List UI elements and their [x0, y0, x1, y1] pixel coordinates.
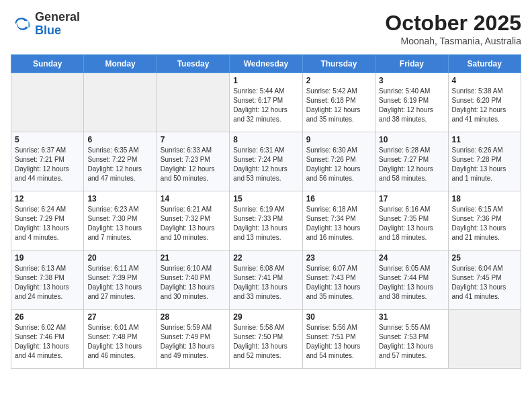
calendar-cell: 10Sunrise: 6:28 AM Sunset: 7:27 PM Dayli…: [375, 132, 448, 191]
cell-content: Sunrise: 6:16 AM Sunset: 7:35 PM Dayligh…: [379, 205, 444, 242]
calendar-cell: 18Sunrise: 6:15 AM Sunset: 7:36 PM Dayli…: [448, 191, 521, 250]
day-number: 5: [15, 135, 80, 144]
cell-content: Sunrise: 6:11 AM Sunset: 7:39 PM Dayligh…: [87, 264, 152, 302]
logo: General Blue: [11, 11, 80, 38]
day-number: 29: [233, 312, 298, 322]
cell-content: Sunrise: 6:05 AM Sunset: 7:44 PM Dayligh…: [379, 264, 444, 302]
calendar-cell: 15Sunrise: 6:19 AM Sunset: 7:33 PM Dayli…: [230, 191, 302, 250]
day-number: 27: [87, 312, 152, 322]
day-header-sunday: Sunday: [11, 55, 84, 73]
calendar-week-3: 12Sunrise: 6:24 AM Sunset: 7:29 PM Dayli…: [11, 191, 521, 250]
day-number: 4: [452, 76, 517, 85]
calendar-header-row: SundayMondayTuesdayWednesdayThursdayFrid…: [11, 55, 521, 73]
calendar-cell: 27Sunrise: 6:01 AM Sunset: 7:48 PM Dayli…: [84, 310, 157, 369]
day-header-tuesday: Tuesday: [157, 55, 229, 73]
day-number: 9: [306, 135, 371, 144]
cell-content: Sunrise: 6:08 AM Sunset: 7:41 PM Dayligh…: [233, 264, 298, 302]
title-block: October 2025 Moonah, Tasmania, Australia: [385, 11, 521, 46]
cell-content: Sunrise: 5:40 AM Sunset: 6:19 PM Dayligh…: [379, 87, 444, 124]
calendar-cell: [157, 73, 229, 132]
month-title: October 2025: [385, 11, 521, 36]
location: Moonah, Tasmania, Australia: [385, 36, 521, 46]
cell-content: Sunrise: 6:31 AM Sunset: 7:24 PM Dayligh…: [233, 146, 298, 183]
cell-content: Sunrise: 5:38 AM Sunset: 6:20 PM Dayligh…: [452, 87, 517, 124]
day-number: 7: [161, 135, 226, 144]
calendar-cell: 7Sunrise: 6:33 AM Sunset: 7:23 PM Daylig…: [157, 132, 229, 191]
day-number: 21: [161, 253, 226, 263]
cell-content: Sunrise: 5:55 AM Sunset: 7:53 PM Dayligh…: [379, 323, 444, 361]
day-header-thursday: Thursday: [302, 55, 375, 73]
calendar-cell: 20Sunrise: 6:11 AM Sunset: 7:39 PM Dayli…: [84, 250, 157, 310]
day-number: 15: [233, 194, 298, 203]
calendar-cell: 11Sunrise: 6:26 AM Sunset: 7:28 PM Dayli…: [448, 132, 521, 191]
calendar-week-4: 19Sunrise: 6:13 AM Sunset: 7:38 PM Dayli…: [11, 250, 521, 310]
calendar-cell: 5Sunrise: 6:37 AM Sunset: 7:21 PM Daylig…: [11, 132, 84, 191]
cell-content: Sunrise: 6:07 AM Sunset: 7:43 PM Dayligh…: [306, 264, 371, 302]
cell-content: Sunrise: 6:24 AM Sunset: 7:29 PM Dayligh…: [15, 205, 80, 242]
calendar-week-2: 5Sunrise: 6:37 AM Sunset: 7:21 PM Daylig…: [11, 132, 521, 191]
day-number: 30: [306, 312, 371, 322]
cell-content: Sunrise: 6:26 AM Sunset: 7:28 PM Dayligh…: [452, 146, 517, 183]
calendar-week-5: 26Sunrise: 6:02 AM Sunset: 7:46 PM Dayli…: [11, 310, 521, 369]
day-number: 25: [452, 253, 517, 263]
calendar-cell: 24Sunrise: 6:05 AM Sunset: 7:44 PM Dayli…: [375, 250, 448, 310]
calendar-cell: 29Sunrise: 5:58 AM Sunset: 7:50 PM Dayli…: [230, 310, 302, 369]
day-header-saturday: Saturday: [448, 55, 521, 73]
calendar-cell: 2Sunrise: 5:42 AM Sunset: 6:18 PM Daylig…: [302, 73, 375, 132]
day-number: 31: [379, 312, 444, 322]
cell-content: Sunrise: 6:18 AM Sunset: 7:34 PM Dayligh…: [306, 205, 371, 242]
calendar-cell: 17Sunrise: 6:16 AM Sunset: 7:35 PM Dayli…: [375, 191, 448, 250]
day-number: 16: [306, 194, 371, 203]
day-number: 26: [15, 312, 80, 322]
cell-content: Sunrise: 6:23 AM Sunset: 7:30 PM Dayligh…: [87, 205, 152, 242]
calendar-cell: 23Sunrise: 6:07 AM Sunset: 7:43 PM Dayli…: [302, 250, 375, 310]
cell-content: Sunrise: 6:33 AM Sunset: 7:23 PM Dayligh…: [161, 146, 226, 183]
cell-content: Sunrise: 6:35 AM Sunset: 7:22 PM Dayligh…: [87, 146, 152, 183]
cell-content: Sunrise: 6:02 AM Sunset: 7:46 PM Dayligh…: [15, 323, 80, 361]
day-number: 2: [306, 76, 371, 85]
calendar-cell: 1Sunrise: 5:44 AM Sunset: 6:17 PM Daylig…: [230, 73, 302, 132]
day-number: 14: [161, 194, 226, 203]
page-header: General Blue October 2025 Moonah, Tasman…: [11, 11, 521, 46]
calendar-cell: [448, 310, 521, 369]
day-number: 6: [87, 135, 152, 144]
calendar-cell: 4Sunrise: 5:38 AM Sunset: 6:20 PM Daylig…: [448, 73, 521, 132]
day-number: 17: [379, 194, 444, 203]
calendar-cell: [11, 73, 84, 132]
day-number: 24: [379, 253, 444, 263]
cell-content: Sunrise: 6:01 AM Sunset: 7:48 PM Dayligh…: [87, 323, 152, 361]
cell-content: Sunrise: 6:10 AM Sunset: 7:40 PM Dayligh…: [161, 264, 226, 302]
calendar-cell: 6Sunrise: 6:35 AM Sunset: 7:22 PM Daylig…: [84, 132, 157, 191]
day-number: 23: [306, 253, 371, 263]
calendar-cell: 30Sunrise: 5:56 AM Sunset: 7:51 PM Dayli…: [302, 310, 375, 369]
cell-content: Sunrise: 5:58 AM Sunset: 7:50 PM Dayligh…: [233, 323, 298, 361]
cell-content: Sunrise: 5:44 AM Sunset: 6:17 PM Dayligh…: [233, 87, 298, 124]
cell-content: Sunrise: 5:42 AM Sunset: 6:18 PM Dayligh…: [306, 87, 371, 124]
day-header-wednesday: Wednesday: [230, 55, 302, 73]
calendar-cell: 22Sunrise: 6:08 AM Sunset: 7:41 PM Dayli…: [230, 250, 302, 310]
cell-content: Sunrise: 5:59 AM Sunset: 7:49 PM Dayligh…: [161, 323, 226, 361]
day-header-monday: Monday: [84, 55, 157, 73]
cell-content: Sunrise: 6:13 AM Sunset: 7:38 PM Dayligh…: [15, 264, 80, 302]
day-number: 12: [15, 194, 80, 203]
day-number: 3: [379, 76, 444, 85]
day-number: 8: [233, 135, 298, 144]
day-number: 19: [15, 253, 80, 263]
calendar-table: SundayMondayTuesdayWednesdayThursdayFrid…: [11, 54, 521, 369]
cell-content: Sunrise: 6:04 AM Sunset: 7:45 PM Dayligh…: [452, 264, 517, 302]
calendar-cell: 13Sunrise: 6:23 AM Sunset: 7:30 PM Dayli…: [84, 191, 157, 250]
calendar-week-1: 1Sunrise: 5:44 AM Sunset: 6:17 PM Daylig…: [11, 73, 521, 132]
day-number: 28: [161, 312, 226, 322]
logo-text: General Blue: [35, 11, 80, 38]
cell-content: Sunrise: 6:37 AM Sunset: 7:21 PM Dayligh…: [15, 146, 80, 183]
day-number: 20: [87, 253, 152, 263]
calendar-cell: 12Sunrise: 6:24 AM Sunset: 7:29 PM Dayli…: [11, 191, 84, 250]
day-number: 22: [233, 253, 298, 263]
calendar-cell: 26Sunrise: 6:02 AM Sunset: 7:46 PM Dayli…: [11, 310, 84, 369]
day-number: 10: [379, 135, 444, 144]
day-number: 13: [87, 194, 152, 203]
calendar-cell: 21Sunrise: 6:10 AM Sunset: 7:40 PM Dayli…: [157, 250, 229, 310]
cell-content: Sunrise: 6:21 AM Sunset: 7:32 PM Dayligh…: [161, 205, 226, 242]
cell-content: Sunrise: 6:15 AM Sunset: 7:36 PM Dayligh…: [452, 205, 517, 242]
cell-content: Sunrise: 6:28 AM Sunset: 7:27 PM Dayligh…: [379, 146, 444, 183]
